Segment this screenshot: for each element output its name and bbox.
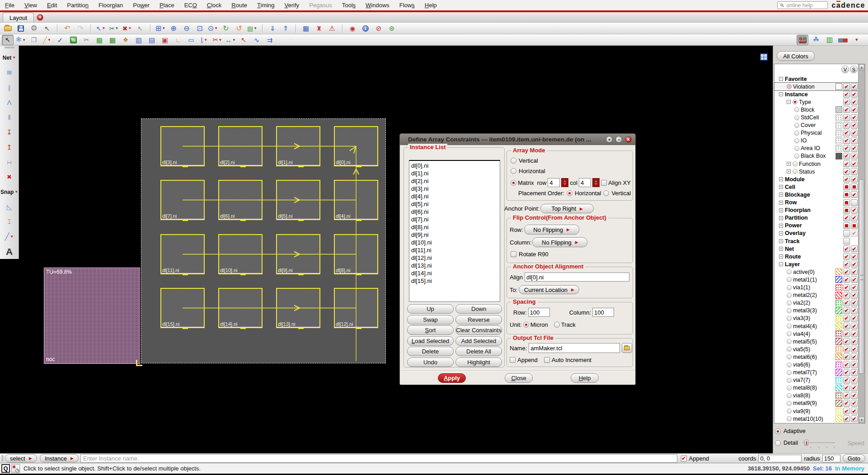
selectable-checkbox[interactable]: ✔ bbox=[851, 330, 858, 337]
redo-icon[interactable]: ↷ bbox=[75, 23, 86, 33]
layer-radio[interactable] bbox=[787, 331, 792, 336]
layer-radio[interactable] bbox=[794, 115, 799, 120]
color-swatch[interactable] bbox=[835, 130, 842, 136]
instance-block-dl[14].ni[interactable]: dl[14].ni bbox=[218, 288, 263, 328]
h-join-icon[interactable]: ∺ bbox=[1, 155, 18, 169]
menu-view[interactable]: View bbox=[19, 1, 42, 9]
select-tool-icon[interactable]: ↖▼ bbox=[95, 23, 107, 33]
spacing-col-field[interactable]: 100 bbox=[592, 308, 614, 317]
selectable-checkbox[interactable]: ✔ bbox=[851, 315, 858, 322]
selectable-checkbox[interactable]: ✔ bbox=[851, 114, 858, 121]
tree-item-floorplan[interactable]: +Floorplan✔ bbox=[774, 207, 859, 214]
instance-list-item[interactable]: dl[8].ni bbox=[411, 223, 500, 231]
tree-item-metal10-10-[interactable]: metal10(10)✔✔ bbox=[774, 415, 859, 423]
instance-list-item[interactable]: dl[7].ni bbox=[411, 216, 500, 223]
align-to-button[interactable]: Current Location▶ bbox=[519, 285, 579, 294]
selectable-checkbox[interactable]: ✔ bbox=[851, 268, 858, 275]
selectable-checkbox[interactable]: ✔ bbox=[851, 276, 858, 283]
layer-radio[interactable] bbox=[787, 409, 792, 414]
layer-radio[interactable] bbox=[794, 146, 799, 151]
selectable-checkbox[interactable]: ✔ bbox=[851, 176, 858, 183]
corner-edit-icon[interactable]: ∟ bbox=[172, 35, 184, 45]
query-button[interactable]: Q bbox=[1, 464, 10, 473]
pull-up-icon[interactable]: ⇑ bbox=[280, 23, 291, 33]
browse-folder-button[interactable] bbox=[622, 343, 632, 353]
tree-item-via6-6-[interactable]: via6(6)✔✔ bbox=[774, 361, 859, 368]
color-swatch[interactable] bbox=[835, 300, 842, 306]
expander-icon[interactable]: − bbox=[787, 100, 791, 104]
color-swatch[interactable] bbox=[835, 122, 842, 129]
visible-checkbox[interactable] bbox=[843, 183, 850, 190]
layer-radio[interactable] bbox=[787, 354, 792, 359]
query-tool-icon[interactable]: ↖ bbox=[134, 23, 146, 33]
scroll-up-icon[interactable]: ▲ bbox=[859, 64, 864, 71]
visible-checkbox[interactable]: ✔ bbox=[843, 168, 850, 175]
color-swatch[interactable] bbox=[835, 323, 842, 329]
violation-browser-icon[interactable]: ◉ bbox=[347, 23, 358, 33]
copy-page-icon[interactable]: ❐ bbox=[28, 35, 40, 45]
visible-checkbox[interactable]: ✔ bbox=[843, 261, 850, 268]
selectable-checkbox[interactable]: ✔ bbox=[851, 253, 858, 260]
visible-checkbox[interactable] bbox=[843, 230, 850, 237]
selectable-checkbox[interactable]: ✔ bbox=[851, 369, 858, 376]
expander-icon[interactable]: + bbox=[779, 193, 783, 197]
selectable-checkbox[interactable]: ✔ bbox=[851, 415, 858, 422]
tree-item-violation[interactable]: Violation✔✔ bbox=[774, 83, 859, 90]
tree-item-instance[interactable]: −Instance✔✔ bbox=[774, 90, 859, 98]
output-name-field[interactable]: amMaker.tcl bbox=[529, 343, 620, 353]
color-swatch[interactable] bbox=[835, 415, 842, 422]
undo-icon[interactable]: ↶ bbox=[61, 23, 73, 33]
horizontal-radio[interactable] bbox=[511, 168, 516, 174]
layer-radio[interactable] bbox=[794, 107, 799, 112]
tree-item-via7-7-[interactable]: via7(7)✔✔ bbox=[774, 376, 859, 384]
visible-checkbox[interactable]: ✔ bbox=[843, 307, 850, 314]
visible-checkbox[interactable]: ✔ bbox=[843, 338, 850, 345]
draw-line-icon[interactable]: ╱▼ bbox=[1, 229, 18, 244]
single-select-icon[interactable]: ↖ bbox=[2, 35, 14, 45]
column-pair-icon[interactable]: ‖ bbox=[1, 110, 18, 125]
partition-book-icon[interactable]: ▥ bbox=[133, 35, 145, 45]
layer-radio[interactable] bbox=[787, 386, 792, 390]
layer-radio[interactable] bbox=[787, 378, 792, 383]
tree-item-blockage[interactable]: +Blockage✔ bbox=[774, 191, 859, 198]
tree-item-metal1-1-[interactable]: metal1(1)✔✔ bbox=[774, 276, 859, 283]
visible-checkbox[interactable] bbox=[843, 207, 850, 214]
stack-icon[interactable]: ▤ bbox=[146, 35, 158, 45]
tree-item-cover[interactable]: Cover✔✔ bbox=[774, 122, 859, 129]
append-checkbox[interactable] bbox=[510, 357, 516, 363]
delete-net-icon[interactable]: ✖ bbox=[1, 169, 18, 184]
menu-flows[interactable]: Flows bbox=[394, 1, 420, 9]
tree-item-via9-9-[interactable]: via9(9)✔✔ bbox=[774, 407, 859, 415]
freeze-icon[interactable]: ❄▼ bbox=[15, 35, 27, 45]
selectable-checkbox[interactable]: ✔ bbox=[851, 292, 858, 299]
layer-radio[interactable] bbox=[794, 131, 799, 136]
visible-checkbox[interactable]: ✔ bbox=[843, 377, 850, 384]
menu-eco[interactable]: ECO bbox=[179, 1, 202, 9]
color-swatch[interactable] bbox=[835, 83, 842, 90]
menu-pegasus[interactable]: Pegasus bbox=[304, 1, 337, 9]
layer-radio[interactable] bbox=[793, 169, 798, 174]
module-view-icon[interactable]: ▥ bbox=[824, 35, 835, 45]
history-icon[interactable] bbox=[11, 464, 20, 473]
tree-item-metal2-2-[interactable]: metal2(2)✔✔ bbox=[774, 292, 859, 299]
selectable-checkbox[interactable]: ✔ bbox=[851, 346, 858, 353]
menu-clock[interactable]: Clock bbox=[202, 1, 227, 9]
expander-icon[interactable]: + bbox=[779, 254, 783, 259]
expander-icon[interactable]: + bbox=[779, 239, 783, 243]
tree-item-black-box[interactable]: Black Box✔✔ bbox=[774, 152, 859, 160]
instance-list-item[interactable]: dl[0].ni bbox=[411, 162, 500, 169]
swap-button[interactable]: Swap bbox=[407, 315, 454, 325]
selectable-checkbox[interactable]: ✔ bbox=[851, 83, 858, 90]
delete-tool-icon[interactable]: ✖▼ bbox=[121, 23, 133, 33]
color-swatch[interactable] bbox=[835, 276, 842, 283]
layer-radio[interactable] bbox=[787, 416, 792, 421]
instance-block-dl[1].ni[interactable]: dl[1].ni bbox=[276, 126, 320, 166]
align-bottom-icon[interactable]: ↧ bbox=[1, 125, 18, 140]
tree-item-via4-4-[interactable]: via4(4)✔✔ bbox=[774, 330, 859, 338]
color-swatch[interactable] bbox=[835, 268, 842, 275]
selectable-checkbox[interactable]: ✔ bbox=[851, 122, 858, 129]
layer-radio[interactable] bbox=[793, 161, 798, 166]
adaptive-radio[interactable] bbox=[775, 428, 781, 434]
tree-item-metal8-8-[interactable]: metal8(8)✔✔ bbox=[774, 384, 859, 392]
flip-column-button[interactable]: No Flipping▶ bbox=[532, 237, 587, 247]
